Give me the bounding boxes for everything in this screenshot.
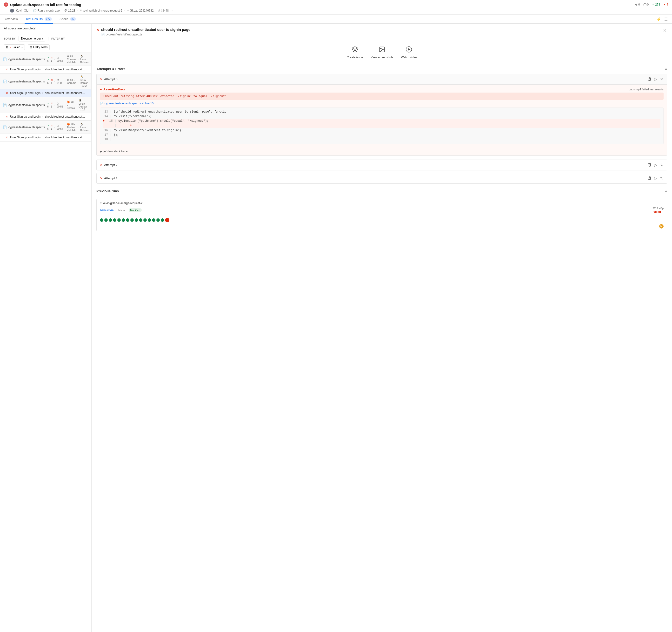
close-detail-button[interactable]: ✕ [663, 27, 667, 34]
create-issue-button[interactable]: Create issue [347, 45, 363, 59]
fail-count: ✕ 1 [51, 78, 53, 84]
line-content: cy.location("pathname").should("equal", … [118, 119, 209, 123]
more-menu[interactable]: ··· [171, 9, 173, 12]
os: 🐧 Linux Debian [80, 123, 89, 132]
dot [152, 218, 155, 222]
test-item[interactable]: ✕ User Sign-up and Login › should redire… [0, 66, 91, 73]
attempt-fail-icon: ✕ [100, 77, 103, 81]
attempt-fail-icon: ✕ [100, 177, 103, 180]
stack-trace-toggle[interactable]: ▶ ▶ View stack trace [97, 147, 667, 156]
sort-execution-order-button[interactable]: Execution order ▾ [19, 36, 45, 42]
run-item: ⑂ kevin/gitlab-ci-merge-request-2 Run #3… [96, 199, 667, 231]
play-attempt1-button[interactable]: ▷ [654, 175, 657, 181]
right-panel: ✕ should redirect unauthenticated user t… [92, 24, 672, 632]
sort-by-label: SORT BY [4, 37, 16, 40]
spec-file-header[interactable]: 📄 cypress/tests/ui/auth.spec.ts ✓ 6 ✕ 1 … [0, 53, 91, 66]
code-line-indicator: | ^ [103, 124, 661, 128]
dot [100, 218, 103, 222]
dot [122, 218, 125, 222]
spec-file-name: cypress/tests/ui/auth.spec.ts [8, 57, 45, 61]
attempt-3-title: ✕ Attempt 3 [100, 77, 118, 81]
duration: ⏱ 19:23 [64, 9, 75, 12]
run-status: Failed [652, 210, 661, 214]
run-branch-row: ⑂ kevin/gitlab-ci-merge-request-2 [100, 202, 664, 205]
filter-flaky-button[interactable]: ⊟ Flaky Tests [28, 44, 50, 50]
watch-video-button[interactable]: Watch video [401, 45, 417, 59]
filter-icon: ⊟ [6, 46, 8, 49]
current-dot [165, 218, 169, 222]
play-icon [405, 45, 413, 54]
tab-specs[interactable]: Specs 37 [58, 15, 77, 24]
fail-count: ✕ 1 [51, 124, 53, 130]
spec-file-header[interactable]: 📄 cypress/tests/ui/auth.spec.ts ✓ 6 ✕ 1 … [0, 121, 91, 134]
code-line-15: ▶ 15 | cy.location("pathname").should("e… [103, 119, 661, 123]
test-name: User Sign-up and Login › should redirect… [10, 136, 89, 139]
run-time: 🕐 Ran a month ago [33, 9, 59, 12]
close-button[interactable]: ✕ [4, 2, 8, 7]
spec-file-meta: ✓ 6 ✕ 1 · ⏱ 01:05 · 🖥 UI - Chrome · 🐧 Li… [47, 75, 89, 87]
dot [126, 218, 129, 222]
file-icon: 📄 [3, 79, 7, 84]
play-attempt2-button[interactable]: ▷ [654, 162, 657, 168]
os: 🐧 Linux Debian - 10.2 [80, 75, 89, 87]
spec-file-name: cypress/tests/ui/auth.spec.ts [8, 80, 45, 83]
previous-runs-header[interactable]: Previous runs ∧ [92, 186, 672, 196]
tab-overview[interactable]: Overview [4, 15, 19, 24]
file-icon: 📄 [3, 103, 7, 107]
spec-file-meta: ✓ 6 ✕ 1 · ⏱ 00:55 · 🦊 UI - Firefox · 🐧 L… [47, 99, 89, 111]
filter-failed-button[interactable]: ⊟ ✕ Failed ▾ [4, 44, 25, 50]
duration: ⏱ 01:05 [57, 78, 63, 84]
stat-passed: ✓ 273 [652, 3, 660, 6]
screenshot-icon [378, 45, 386, 54]
error-count-text: causing 4 failed test results [629, 88, 664, 91]
previous-runs-section: Previous runs ∧ ⑂ kevin/gitlab-ci-merge-… [92, 186, 672, 236]
attempts-section-header[interactable]: Attempts & Errors ∧ [92, 64, 672, 74]
attempt-3-actions: 🖼 ▷ ✕ [647, 76, 664, 82]
stat-blocked: ⊘ 0 [635, 3, 640, 6]
os: 🐧 Linux Debian - 10.2 [78, 99, 89, 111]
spec-file-meta: ✓ 6 ✕ 1 · ⏱ 00:53 · 🖥 UI - Chrome - Mobi… [47, 55, 89, 64]
error-name: ● AssertionError [100, 88, 125, 91]
play-attempt-button[interactable]: ▷ [654, 76, 657, 82]
line-num: 18 [103, 137, 108, 142]
spec-file-name: cypress/tests/ui/auth.spec.ts [8, 125, 45, 129]
screenshot-attempt2-button[interactable]: 🖼 [647, 162, 652, 168]
run-link[interactable]: Run #3448 [100, 208, 115, 212]
line-content: }); [114, 133, 119, 137]
screenshot-attempt-button[interactable]: 🖼 [647, 76, 652, 82]
attempt-fail-icon: ✕ [100, 163, 103, 167]
view-mode-button[interactable]: ⚡ [656, 16, 662, 22]
spec-file-header[interactable]: 📄 cypress/tests/ui/auth.spec.ts ✓ 6 ✕ 1 … [0, 97, 91, 113]
x-icon: ✕ [9, 46, 11, 49]
flaky-icon: ⊟ [30, 46, 32, 49]
tab-test-results[interactable]: Test Results 277 [25, 15, 53, 24]
layout-button[interactable]: ☰ [664, 16, 668, 22]
filter-row: SORT BY Execution order ▾ FILTER BY ⊟ ✕ … [0, 33, 91, 53]
test-item[interactable]: ✕ User Sign-up and Login › should redire… [0, 134, 91, 141]
expand-attempt2-button[interactable]: ⇅ [659, 162, 664, 168]
duration: ⏱ 00:53 [57, 56, 63, 62]
spec-file-header[interactable]: 📄 cypress/tests/ui/auth.spec.ts ✓ 6 ✕ 1 … [0, 73, 91, 89]
test-item[interactable]: ✕ User Sign-up and Login › should redire… [0, 89, 91, 97]
page-title: Update auth.spec.ts to fail test for tes… [10, 3, 81, 7]
error-block: ● AssertionError causing 4 failed test r… [97, 85, 667, 147]
browser: 🖥 UI - Chrome - Mobile [67, 55, 76, 64]
fail-count: ✕ 1 [51, 56, 53, 62]
modified-badge: Modified [129, 208, 142, 212]
spec-group: 📄 cypress/tests/ui/auth.spec.ts ✓ 6 ✕ 1 … [0, 97, 91, 121]
attempt-3-item: ✕ Attempt 3 🖼 ▷ ✕ ● AssertionE [96, 74, 667, 156]
error-message: Timed out retrying after 4000ms: expecte… [100, 93, 664, 100]
test-results-badge: 277 [45, 17, 52, 21]
main-content: All specs are complete! SORT BY Executio… [0, 24, 672, 632]
collapse-attempts-icon: ∧ [665, 67, 667, 71]
chevron-down-icon: ▾ [21, 46, 23, 49]
app-header: ✕ Update auth.spec.ts to fail test for t… [0, 0, 672, 15]
test-item[interactable]: ✕ User Sign-up and Login › should redire… [0, 113, 91, 120]
view-screenshots-button[interactable]: View screenshots [370, 45, 393, 59]
screenshot-attempt1-button[interactable]: 🖼 [647, 175, 652, 181]
error-indicator: ^ [118, 124, 131, 128]
close-attempt-button[interactable]: ✕ [659, 76, 664, 82]
test-name: User Sign-up and Login › should redirect… [10, 91, 89, 95]
attempt-1-item: ✕ Attempt 1 🖼 ▷ ⇅ [92, 173, 672, 184]
expand-attempt1-button[interactable]: ⇅ [659, 175, 664, 181]
